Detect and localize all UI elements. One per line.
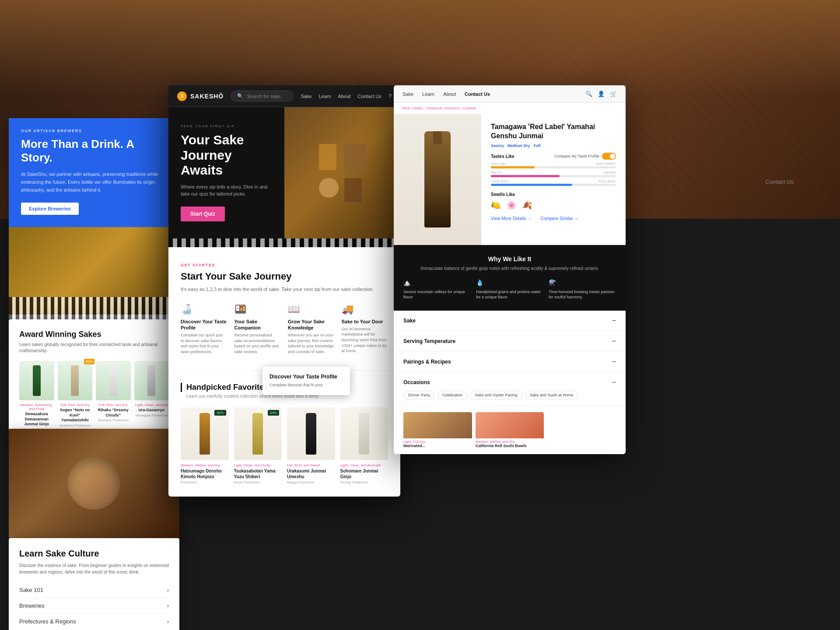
sake-item-2[interactable]: Full, Rich, and Dry Rihaku "Dreamy Cloud… bbox=[96, 361, 131, 431]
features-grid: 🍶 Discover Your Taste Profile Complete o… bbox=[181, 304, 388, 355]
cart-icon[interactable]: 🛒 bbox=[610, 91, 617, 97]
product-nav-icons: 🔍 👤 🛒 bbox=[585, 91, 617, 97]
taste-profile-icon: 🍶 bbox=[181, 304, 228, 315]
flavor-tag-1[interactable]: Medium Dry bbox=[508, 144, 530, 148]
taste-bar-track-1 bbox=[491, 175, 616, 177]
product-bottle-wrap-1: 64% bbox=[234, 407, 282, 460]
product-2[interactable]: Full, Rich, and Sweet Urakasumi Junmai U… bbox=[287, 407, 335, 484]
occasions-tags: Dinner Party Celebration Sake and Oyster… bbox=[403, 391, 616, 399]
occasion-dinner[interactable]: Dinner Party bbox=[403, 391, 435, 399]
get-started-title: Start Your Sake Journey bbox=[181, 271, 388, 282]
why-text-1: Handpicked grains and pristine water for… bbox=[476, 290, 541, 300]
nav-icons: ? bbox=[388, 93, 392, 99]
nav-link-learn[interactable]: Learn bbox=[318, 94, 331, 99]
occasion-celebration[interactable]: Celebration bbox=[438, 391, 467, 399]
why-text-2: Time-honored brewing meets passion for s… bbox=[549, 290, 614, 300]
left-panel-eyebrow: OUR ARTISAN BREWERS bbox=[21, 129, 158, 133]
hero-section: TAKE YOUR FIRST SIP Your Sake Journey Aw… bbox=[168, 107, 400, 238]
product-bottle-3 bbox=[359, 413, 369, 455]
help-icon[interactable]: ? bbox=[388, 93, 392, 99]
learn-item-sake101[interactable]: Sake 101 › bbox=[19, 582, 169, 598]
nav-link-sake[interactable]: Sake bbox=[301, 94, 312, 99]
why-icon-2: ⚗️ bbox=[549, 279, 616, 287]
logo[interactable]: S SAKESHŌ bbox=[177, 91, 224, 101]
product-detail-grid: Tamagawa 'Red Label' Yamahai Genshu Junm… bbox=[394, 114, 626, 245]
taste-row-2: LIGHT BODY FULL BODY bbox=[491, 180, 616, 186]
knowledge-title: Grow Your Sake Knowledge bbox=[288, 318, 335, 331]
hero-desc: Where every sip tells a story. Dive in a… bbox=[181, 183, 272, 198]
taste-bar-fill-0 bbox=[491, 166, 535, 168]
product-3[interactable]: Light, Clean, and Aromatic Sohomare Junm… bbox=[340, 407, 388, 484]
sake-item-0[interactable]: Medium, Refreshing, and Fruity Dewazakur… bbox=[19, 361, 54, 431]
accordion-sake-label: Sake bbox=[403, 318, 416, 324]
nav-about-link[interactable]: About bbox=[443, 91, 456, 97]
sake-item-1[interactable]: 51% Full, Rich, and Dry Sogen "Noto no K… bbox=[58, 361, 93, 431]
why-icon-1: 💧 bbox=[476, 279, 543, 287]
taste-row-1: FRUITY SAVORY bbox=[491, 171, 616, 177]
taste-labels-0: VERY DRY VERY SWEET bbox=[491, 162, 616, 165]
smells-like-title: Smells Like bbox=[491, 192, 616, 197]
left-panel-headline: More Than a Drink. A Story. bbox=[21, 137, 158, 164]
product-bottle-wrap-2 bbox=[287, 407, 335, 460]
occasion-oyster[interactable]: Sake and Oyster Pairing bbox=[470, 391, 522, 399]
feature-knowledge: 📖 Grow Your Sake Knowledge Wherever you … bbox=[288, 304, 335, 355]
user-icon[interactable]: 👤 bbox=[598, 91, 605, 97]
taste-labels-2: LIGHT BODY FULL BODY bbox=[491, 180, 616, 183]
compare-similar-link[interactable]: Compare Similar bbox=[540, 216, 578, 221]
sake-region-2: Shimane Prefecture bbox=[96, 418, 131, 422]
contact-us-button[interactable]: Contact Us bbox=[766, 178, 794, 185]
view-more-link[interactable]: View More Details bbox=[491, 216, 532, 221]
why-section: Why We Like It Immaculate balance of gen… bbox=[394, 245, 626, 311]
start-quiz-button[interactable]: Start Quiz bbox=[181, 206, 225, 221]
product-region-0: Prefecture bbox=[181, 480, 229, 484]
accordion-pairings-toggle: − bbox=[612, 358, 616, 366]
feature-companion: 🍱 Your Sake Companion Receive personaliz… bbox=[234, 304, 281, 355]
learn-item-prefectures[interactable]: Prefectures & Regions › bbox=[19, 614, 169, 629]
taste-bar-track-0 bbox=[491, 166, 616, 168]
accordion-temp[interactable]: Serving Temperature − bbox=[394, 331, 626, 352]
nav-learn-link[interactable]: Learn bbox=[422, 91, 434, 97]
occasions-toggle[interactable]: − bbox=[612, 378, 616, 386]
occasions-header: Occasions − bbox=[403, 378, 616, 386]
compare-switch[interactable] bbox=[602, 153, 616, 160]
search-icon-light[interactable]: 🔍 bbox=[585, 91, 592, 97]
product-1[interactable]: 64% Light, Clean, and Fruity Tsukasabota… bbox=[234, 407, 282, 484]
nav-contact-link[interactable]: Contact Us bbox=[465, 91, 490, 97]
award-title: Award Winning Sakes bbox=[19, 330, 169, 339]
nav-sake-link[interactable]: Sake bbox=[402, 91, 413, 97]
sake-bottle-0 bbox=[19, 361, 54, 400]
feature-delivery: 🚚 Sake to Your Door Our eCommerce market… bbox=[342, 304, 388, 355]
product-region-2: Miyagi Prefecture bbox=[287, 480, 335, 484]
accordion-temp-label: Serving Temperature bbox=[403, 338, 455, 344]
accordion-pairings[interactable]: Pairings & Recipes − bbox=[394, 352, 626, 372]
learn-item-breweries[interactable]: Breweries › bbox=[19, 598, 169, 614]
logo-text: SAKESHŌ bbox=[190, 93, 224, 100]
nav-link-contact[interactable]: Contact Us bbox=[357, 94, 381, 99]
product-bottle-wrap-0: 93% bbox=[181, 407, 229, 460]
sake-item-3[interactable]: Light, Clean, and Dry Ura-Gasanryu Yamag… bbox=[134, 361, 169, 431]
smell-icon-floral: 🌸 bbox=[507, 200, 516, 210]
food-item-0[interactable]: Light, Full Dry Marinated... bbox=[403, 412, 472, 448]
main-product-bottle bbox=[424, 131, 451, 228]
explore-breweries-button[interactable]: Explore Breweries bbox=[21, 203, 79, 215]
discover-desc: Complete discover that fit your bbox=[270, 382, 343, 388]
product-0[interactable]: 93% Medium, Mellow, and Dry Hatsumago De… bbox=[181, 407, 229, 484]
nav-link-about[interactable]: About bbox=[338, 94, 351, 99]
smell-icons: 🍋 🌸 🍂 bbox=[491, 200, 616, 210]
flavor-tag-2[interactable]: Full bbox=[534, 144, 541, 148]
food-item-1[interactable]: Medium, Mellow, and Dry California Roll … bbox=[476, 412, 544, 448]
compare-toggle[interactable]: Compare My Taste Profile bbox=[554, 153, 616, 160]
flavor-tag-0[interactable]: Savory bbox=[491, 144, 504, 148]
smell-icon-earth: 🍂 bbox=[522, 200, 532, 210]
knowledge-desc: Wherever you are on your sake journey, f… bbox=[288, 332, 335, 354]
score-badge-0: 93% bbox=[214, 410, 226, 416]
learn-desc: Discover the essence of sake. From begin… bbox=[19, 562, 169, 575]
search-bar[interactable]: 🔍 Search for sake bbox=[231, 91, 294, 102]
occasion-sushi[interactable]: Sake and Sushi at Home bbox=[525, 391, 578, 399]
get-started-section: GET STARTED Start Your Sake Journey It's… bbox=[168, 247, 400, 370]
accordion-sake[interactable]: Sake − bbox=[394, 311, 626, 331]
hero-title: Your Sake Journey Awaits bbox=[181, 133, 272, 178]
food-grid: Light, Full Dry Marinated... Medium, Mel… bbox=[403, 412, 616, 448]
left-artisan-panel: OUR ARTISAN BREWERS More Than a Drink. A… bbox=[9, 118, 171, 320]
delivery-title: Sake to Your Door bbox=[342, 318, 388, 325]
